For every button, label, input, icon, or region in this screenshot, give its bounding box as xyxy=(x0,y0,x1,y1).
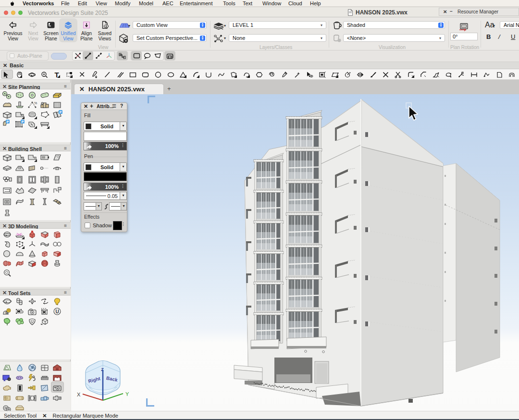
svg-text:X: X xyxy=(77,392,81,397)
svg-text:P: P xyxy=(7,120,9,124)
svg-text:P: P xyxy=(60,111,62,114)
svg-text:Y: Y xyxy=(125,391,129,397)
svg-text:P: P xyxy=(22,120,24,124)
svg-text:%: % xyxy=(34,101,37,105)
svg-text:U: U xyxy=(55,309,59,314)
